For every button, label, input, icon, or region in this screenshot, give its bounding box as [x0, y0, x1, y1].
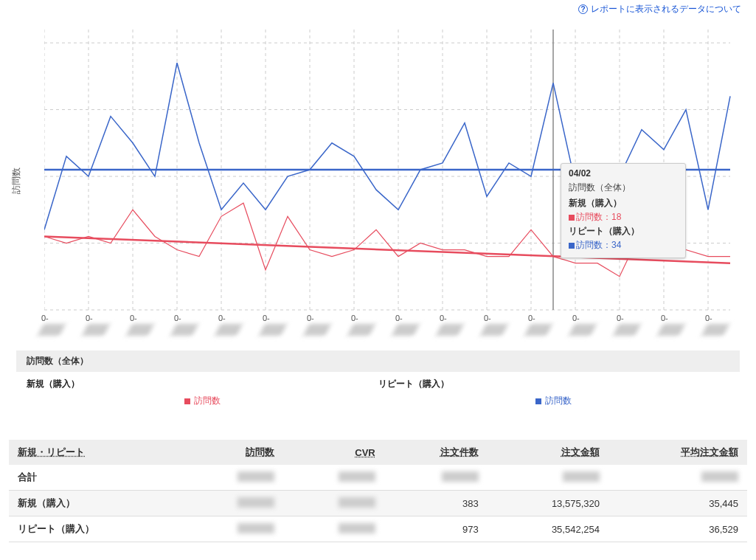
question-icon: ? — [578, 4, 588, 14]
table-cell: 35,542,254 — [488, 516, 608, 542]
table-cell: 383 — [384, 491, 488, 516]
table-cell — [183, 491, 283, 516]
table-header[interactable]: 平均注文金額 — [608, 440, 747, 465]
table-cell — [183, 516, 283, 542]
report-data-info-link[interactable]: ?レポートに表示されるデータについて — [0, 0, 756, 18]
table-cell — [283, 465, 384, 491]
table-cell — [608, 465, 747, 491]
legend-header: 訪問数（全体） — [16, 350, 740, 372]
table-cell: 973 — [384, 516, 488, 542]
table-header[interactable]: 注文件数 — [384, 440, 488, 465]
table-cell — [384, 465, 488, 491]
table-cell — [283, 491, 384, 516]
y-axis-label: 訪問数 — [10, 167, 23, 194]
report-data-info-label: レポートに表示されるデータについて — [591, 4, 741, 14]
legend-column-title: リピート（購入） — [378, 378, 730, 390]
table-row-label: 合計 — [9, 465, 183, 491]
table-row: 新規（購入）38313,575,32035,445 — [9, 491, 747, 516]
summary-table: 新規・リピート訪問数CVR注文件数注文金額平均注文金額 合計新規（購入）3831… — [9, 440, 747, 542]
table-row: リピート（購入）97335,542,25436,529 — [9, 516, 747, 542]
table-cell — [283, 516, 384, 542]
table-cell: 36,529 — [608, 516, 747, 542]
table-row-label: リピート（購入） — [9, 516, 183, 542]
table-header[interactable]: 新規・リピート — [9, 440, 183, 465]
legend-column-title: 新規（購入） — [27, 378, 378, 390]
table-header[interactable]: 訪問数 — [183, 440, 283, 465]
table-row-label: 新規（購入） — [9, 491, 183, 516]
table-cell: 13,575,320 — [488, 491, 608, 516]
chart-plot[interactable]: 0件件件件件 0-0-0-0-0-0-0-0-0-0-0-0-0-0-0-0- … — [44, 26, 738, 321]
legend-swatch-icon — [184, 398, 190, 404]
table-cell — [183, 465, 283, 491]
legend-swatch-icon — [535, 398, 541, 404]
chart-legend: 訪問数（全体） 新規（購入）リピート（購入） 訪問数 訪問数 — [16, 350, 740, 418]
table-header[interactable]: 注文金額 — [488, 440, 608, 465]
table-cell: 35,445 — [608, 491, 747, 516]
chart-area: 訪問数 0件件件件件 0-0-0-0-0-0-0-0-0-0-0-0-0-0-0… — [7, 18, 749, 343]
table-header[interactable]: CVR — [283, 440, 384, 465]
chart-tooltip: 04/02訪問数（全体）新規（購入）訪問数：18リピート（購入）訪問数：34 — [561, 163, 686, 258]
table-cell — [488, 465, 608, 491]
legend-item[interactable]: 訪問数 — [27, 395, 378, 407]
table-row: 合計 — [9, 465, 747, 491]
legend-item[interactable]: 訪問数 — [378, 395, 730, 407]
